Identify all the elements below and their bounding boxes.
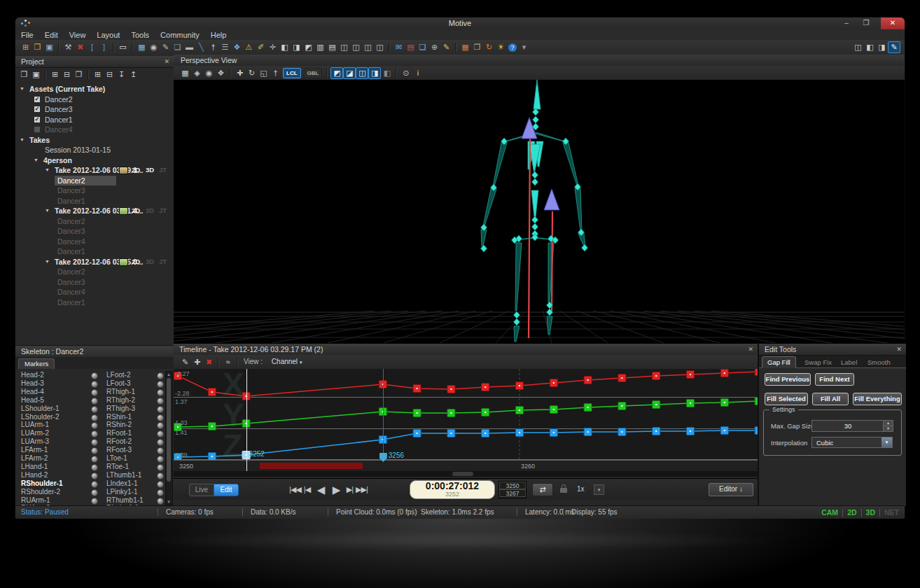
fill-all-button[interactable]: Fill All xyxy=(812,393,849,405)
tree-row-session-2013-01-15[interactable]: Session 2013-01-15 xyxy=(15,145,174,155)
select-markers-icon[interactable]: ◩ xyxy=(330,67,343,79)
play-icon[interactable]: ▶ xyxy=(328,484,344,496)
jump-end-icon[interactable]: ▶▶| xyxy=(356,484,368,496)
skeleton-bone[interactable] xyxy=(514,326,520,342)
marker-name[interactable]: RShin-2 xyxy=(106,421,132,429)
max-gap-size-field[interactable]: 30 xyxy=(811,420,884,432)
tree-row-dancer2[interactable]: Dancer2 xyxy=(15,216,174,226)
marker-name[interactable]: LFArm-2 xyxy=(21,454,48,463)
editor-button[interactable]: Editor ↓ xyxy=(709,483,753,496)
marker-row[interactable]: RShoulder-1LIndex1-1 xyxy=(15,479,165,488)
tree-row-take-2012-12-06-03-31-4-[interactable]: ▼Take 2012-12-06 03.31.4...2D3DJT xyxy=(15,206,174,216)
chat-icon[interactable]: ✉ xyxy=(393,41,405,53)
asset-checkbox[interactable]: ✓ xyxy=(34,96,41,103)
skeleton-bone[interactable] xyxy=(534,80,541,109)
play-reverse-icon[interactable]: ◀ xyxy=(313,484,328,496)
markers-scrollbar-thumb[interactable] xyxy=(167,378,171,482)
tree-row-dancer1[interactable]: ✓Dancer1 xyxy=(15,115,174,125)
overflow-icon[interactable]: ▾ xyxy=(518,41,530,53)
tree-row-dancer3[interactable]: Dancer3 xyxy=(15,277,174,287)
marker-row[interactable]: Head-4RThigh-1 xyxy=(15,388,165,396)
marker-name[interactable]: LShoulder-1 xyxy=(21,405,59,413)
panel-left-icon[interactable]: ◫ xyxy=(338,41,350,53)
skeleton-joint-marker[interactable] xyxy=(532,172,538,178)
marker-row[interactable]: Head-5RThigh-2 xyxy=(15,396,165,405)
menu-community[interactable]: Community xyxy=(155,30,205,40)
skeleton-bone[interactable] xyxy=(533,133,565,141)
marker-name[interactable]: LShoulder-2 xyxy=(21,413,59,421)
tree-row-dancer4[interactable]: Dancer4 xyxy=(15,237,174,246)
line-tool-icon[interactable]: ╲ xyxy=(195,41,207,53)
export-assets-icon[interactable]: ↥ xyxy=(127,69,139,80)
minimize-button[interactable]: – xyxy=(839,18,854,29)
skeleton-bone[interactable] xyxy=(493,143,507,186)
marker-name[interactable]: LFoot-3 xyxy=(106,379,130,388)
columns-3-icon[interactable]: ▤ xyxy=(326,41,338,53)
marker-name[interactable]: RFoot-2 xyxy=(106,438,132,446)
edit-tools-close-icon[interactable]: ✕ xyxy=(896,344,902,355)
ground-plane-icon[interactable]: ▬ xyxy=(183,41,195,53)
range-end-field[interactable]: 3267 xyxy=(499,489,526,497)
marker-row[interactable]: LShoulder-2RShin-1 xyxy=(15,413,165,421)
markers-scrollbar[interactable]: ▲ ▼ xyxy=(165,371,173,505)
skeleton-joint-marker[interactable] xyxy=(514,318,520,326)
asset-checkbox[interactable]: ✓ xyxy=(34,116,41,123)
warning-icon[interactable]: ⚠ xyxy=(243,41,255,53)
tree-row-dancer3[interactable]: Dancer3 xyxy=(15,226,174,236)
skeleton-bone[interactable] xyxy=(515,243,522,311)
tree-row-dancer1[interactable]: Dancer1 xyxy=(15,246,174,256)
channel-dropdown[interactable]: Channel ▾ xyxy=(272,358,302,365)
marker-name[interactable]: LUArm-3 xyxy=(21,438,49,446)
marker-name[interactable]: Head-5 xyxy=(21,396,44,405)
skeleton-joint-marker[interactable] xyxy=(533,116,539,123)
marker-name[interactable]: RShoulder-1 xyxy=(21,479,62,488)
marker-name[interactable]: LHand-2 xyxy=(21,471,48,479)
tree-row-takes[interactable]: ▼Takes xyxy=(15,135,174,145)
save-project-icon[interactable]: ▣ xyxy=(43,41,55,53)
toggle-camera-panel-icon[interactable]: ◨ xyxy=(876,41,888,53)
rotate-icon[interactable]: ↻ xyxy=(246,67,258,79)
import-assets-icon[interactable]: ↧ xyxy=(116,69,127,80)
marker-name[interactable]: LUArm-2 xyxy=(21,429,49,438)
add-asset-icon[interactable]: ⊞ xyxy=(92,69,104,80)
asset-checkbox[interactable] xyxy=(34,126,41,133)
duplicate-take-icon[interactable]: ❐ xyxy=(73,69,85,80)
scale-icon[interactable]: ◱ xyxy=(258,67,270,79)
marker-row[interactable]: LHand-2LThumb1-1 xyxy=(15,471,165,479)
marker-name[interactable]: RUArm-1 xyxy=(21,496,50,505)
pivot-arrow[interactable] xyxy=(544,189,559,210)
marker-name[interactable]: RFoot-3 xyxy=(106,446,132,454)
menu-tools[interactable]: Tools xyxy=(125,30,155,40)
skeleton-bone[interactable] xyxy=(481,230,487,246)
tree-row-4person[interactable]: ▼4person xyxy=(15,155,174,165)
marker-name[interactable]: RThigh-1 xyxy=(106,388,135,396)
maximize-button[interactable]: ❐ xyxy=(858,18,874,29)
camera-preview-icon[interactable]: ▦ xyxy=(136,41,148,53)
select-skeletons-icon[interactable]: ◨ xyxy=(368,67,381,79)
toggle-skeleton-panel-icon[interactable]: ◧ xyxy=(864,41,876,53)
tab-label[interactable]: Label xyxy=(836,357,862,368)
video-monitor-icon[interactable]: ▤ xyxy=(405,41,417,53)
skeleton-bone[interactable] xyxy=(575,188,582,231)
bracket-out-icon[interactable]: ] xyxy=(98,41,110,53)
marker-name[interactable]: RShoulder-2 xyxy=(21,488,60,496)
marker-row[interactable]: LUArm-3RFoot-2 xyxy=(15,438,165,446)
marker-name[interactable]: LThumb1-1 xyxy=(106,471,141,479)
curve-view-icon[interactable]: ≈ xyxy=(222,356,234,368)
edit-button[interactable]: Edit xyxy=(214,484,239,496)
tree-row-dancer4[interactable]: Dancer4 xyxy=(15,125,174,134)
marker-name[interactable]: Head-2 xyxy=(21,371,44,379)
save-take-icon[interactable]: ▣ xyxy=(30,69,42,80)
loop-button[interactable]: ⇄ xyxy=(532,483,553,496)
hints-icon[interactable]: ☀ xyxy=(495,41,507,53)
tree-row-dancer2[interactable]: Dancer2 xyxy=(15,176,174,186)
menu-file[interactable]: File xyxy=(15,30,39,40)
tree-expand-icon[interactable]: ▼ xyxy=(34,155,39,165)
fill-everything-button[interactable]: Fill Everything xyxy=(853,393,902,405)
bracket-in-icon[interactable]: [ xyxy=(86,41,98,53)
marker-name[interactable]: LUArm-1 xyxy=(21,421,49,429)
delete-key-icon[interactable]: ✖ xyxy=(203,356,215,368)
open-take-folder-icon[interactable]: ❒ xyxy=(18,69,30,80)
range-start-field[interactable]: 3250 xyxy=(499,482,526,489)
draw-key-icon[interactable]: ✎ xyxy=(179,356,191,368)
